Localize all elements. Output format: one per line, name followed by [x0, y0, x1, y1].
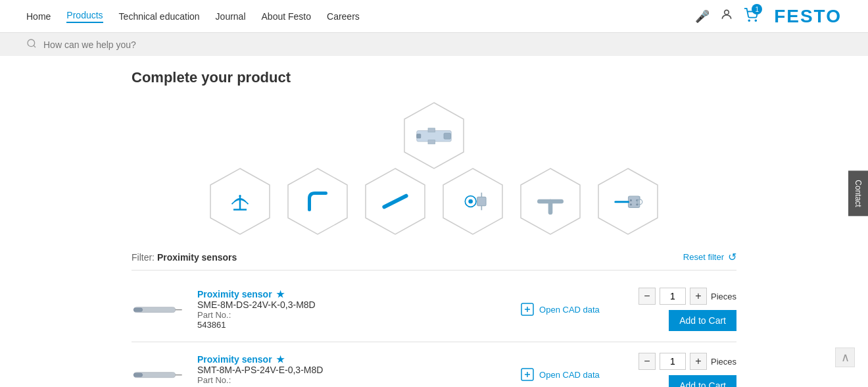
header-icons: 🎤 1 [695, 8, 758, 24]
product-name-2[interactable]: Proximity sensor ★ [197, 354, 481, 365]
contact-label: Contact [854, 180, 863, 207]
search-icon [26, 38, 37, 51]
nav-products[interactable]: Products [66, 10, 103, 23]
cart-icon-wrapper[interactable]: 1 [744, 8, 758, 24]
hex-cylinder[interactable] [398, 99, 470, 172]
cad-link-1[interactable]: Open CAD data [519, 301, 600, 317]
product-action-2: − + Pieces Add to Cart [639, 353, 736, 387]
reset-filter-label: Reset filter [683, 252, 724, 262]
star-icon-2: ★ [276, 354, 285, 365]
page-title: Complete your product [132, 69, 736, 86]
hex-sensor[interactable] [204, 165, 276, 238]
scroll-up-button[interactable]: ∧ [835, 348, 855, 367]
qty-row-2: − + Pieces [639, 353, 736, 370]
add-to-cart-button-2[interactable]: Add to Cart [669, 375, 736, 387]
user-icon[interactable] [720, 8, 733, 24]
svg-rect-37 [133, 308, 142, 311]
logo: FESTO [774, 6, 842, 27]
svg-rect-41 [133, 373, 142, 376]
product-part-label-2: Part No.: [197, 375, 481, 385]
svg-line-4 [34, 45, 36, 47]
cad-link-2[interactable]: Open CAD data [519, 367, 600, 382]
nav-journal[interactable]: Journal [216, 11, 246, 22]
reset-icon: ↺ [728, 251, 736, 263]
qty-unit-2: Pieces [711, 357, 736, 367]
svg-line-17 [384, 196, 406, 207]
svg-rect-9 [444, 133, 451, 139]
nav-about[interactable]: About Festo [262, 11, 312, 22]
product-image-2 [132, 358, 184, 387]
product-name-1[interactable]: Proximity sensor ★ [197, 289, 481, 299]
product-model-2: SMT-8M-A-PS-24V-E-0,3-M8D [197, 365, 481, 375]
search-bar [0, 33, 868, 56]
language-icon[interactable]: 🎤 [695, 9, 710, 24]
filter-value: Proximity sensors [157, 252, 237, 263]
add-to-cart-button-1[interactable]: Add to Cart [669, 310, 736, 331]
svg-point-3 [28, 39, 35, 47]
svg-point-1 [748, 20, 750, 21]
filter-label: Filter: Proximity sensors [132, 252, 237, 263]
product-info-2: Proximity sensor ★ SMT-8M-A-PS-24V-E-0,3… [197, 354, 481, 387]
svg-point-31 [629, 203, 631, 205]
svg-rect-7 [428, 128, 435, 132]
cart-badge: 1 [752, 4, 762, 14]
nav: Home Products Technical education Journa… [26, 10, 695, 23]
qty-row-1: − + Pieces [639, 288, 736, 305]
nav-careers[interactable]: Careers [327, 11, 360, 22]
qty-increase-1[interactable]: + [690, 288, 707, 305]
product-cad-col-2: Open CAD data [494, 367, 625, 382]
product-info-1: Proximity sensor ★ SME-8M-DS-24V-K-0,3-M… [197, 289, 481, 330]
hex-row-bottom [203, 165, 665, 238]
hex-cable[interactable] [592, 165, 664, 238]
hex-fitting[interactable] [514, 165, 587, 238]
hex-elbow[interactable] [281, 165, 354, 238]
product-model-1: SME-8M-DS-24V-K-0,3-M8D [197, 299, 481, 310]
hex-section [132, 99, 736, 224]
star-icon-1: ★ [276, 289, 285, 299]
svg-point-2 [756, 20, 757, 21]
nav-tech-edu[interactable]: Technical education [119, 11, 200, 22]
main-content: Complete your product [0, 56, 868, 387]
svg-point-29 [629, 199, 631, 201]
qty-decrease-1[interactable]: − [639, 288, 656, 305]
hex-row-top [398, 99, 470, 172]
qty-decrease-2[interactable]: − [639, 353, 656, 370]
product-partno-1: 543861 [197, 320, 481, 330]
qty-unit-1: Pieces [711, 292, 736, 301]
cad-icon-1 [519, 301, 535, 317]
header: Home Products Technical education Journa… [0, 0, 868, 33]
svg-point-14 [239, 195, 241, 197]
svg-point-0 [725, 10, 729, 14]
product-item: Proximity sensor ★ SME-8M-DS-24V-K-0,3-M… [132, 277, 736, 342]
hex-tube[interactable] [359, 165, 431, 238]
reset-filter-button[interactable]: Reset filter ↺ [683, 251, 736, 263]
svg-point-20 [468, 199, 473, 204]
hex-valve[interactable] [437, 165, 509, 238]
contact-tab[interactable]: Contact [848, 170, 868, 216]
qty-input-2[interactable] [660, 353, 686, 370]
svg-rect-21 [477, 197, 486, 205]
qty-input-1[interactable] [660, 288, 686, 305]
product-item-2: Proximity sensor ★ SMT-8M-A-PS-24V-E-0,3… [132, 342, 736, 387]
nav-home[interactable]: Home [26, 11, 51, 22]
qty-increase-2[interactable]: + [690, 353, 707, 370]
search-input[interactable] [43, 39, 842, 50]
svg-rect-28 [628, 196, 639, 207]
cad-icon-2 [519, 367, 535, 382]
product-part-label-1: Part No.: [197, 310, 481, 320]
svg-rect-10 [417, 134, 421, 138]
filter-bar: Filter: Proximity sensors Reset filter ↺ [132, 244, 736, 271]
svg-rect-8 [428, 140, 435, 144]
product-image-1 [132, 293, 184, 326]
product-action-1: − + Pieces Add to Cart [639, 288, 736, 331]
product-cad-col-1: Open CAD data [494, 301, 625, 317]
